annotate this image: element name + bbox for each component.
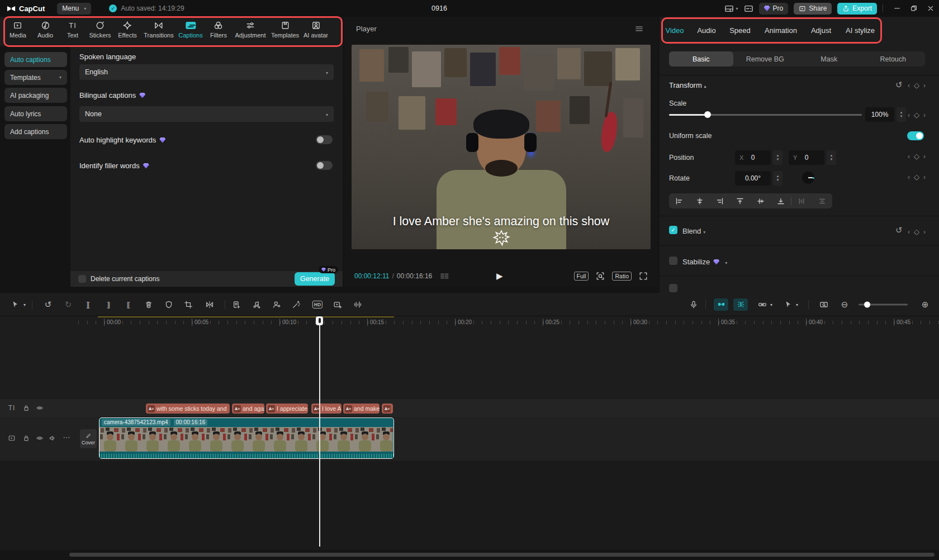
align-right-button[interactable] <box>710 197 730 205</box>
sidebar-auto-captions[interactable]: Auto captions <box>4 52 67 67</box>
delete-button[interactable] <box>144 300 153 309</box>
undo-button[interactable]: ↺ <box>45 300 52 310</box>
ribbon-transitions[interactable]: Transitions <box>144 21 173 39</box>
uniform-scale-toggle[interactable] <box>907 131 924 140</box>
position-y-field[interactable]: Y0 <box>789 150 824 165</box>
extract-audio-button[interactable] <box>252 300 261 309</box>
ribbon-media[interactable]: Media <box>10 21 26 39</box>
clipped-section-checkbox[interactable] <box>669 284 677 292</box>
video-clip[interactable]: camera-4387542123.mp4 00:00:16:16 <box>99 417 394 459</box>
full-button[interactable]: Full <box>574 272 589 281</box>
ribbon-stickers[interactable]: Stickers <box>89 21 111 39</box>
caption-segment[interactable]: A≡I love A <box>311 404 342 414</box>
rotate-field[interactable]: 0.00° <box>735 171 771 186</box>
playhead-handle[interactable] <box>316 316 323 325</box>
split-button[interactable]: ][ <box>87 301 89 309</box>
ribbon-adjustment[interactable]: Adjustment <box>235 21 265 39</box>
adjust-panels-button[interactable] <box>744 4 753 13</box>
mirror-button[interactable] <box>205 300 214 309</box>
fullscreen-button[interactable] <box>639 272 648 281</box>
timeline-zoom-thumb[interactable] <box>864 301 870 307</box>
blend-header[interactable]: Blend <box>682 227 705 235</box>
extract-captions-button[interactable] <box>232 300 241 309</box>
scale-value[interactable]: 100% <box>865 107 894 122</box>
ratio-button[interactable]: Ratio <box>612 272 632 281</box>
align-top-button[interactable] <box>730 197 750 205</box>
position-y-stepper[interactable]: ▲▼ <box>827 150 836 165</box>
rotate-stepper[interactable]: ▲▼ <box>773 171 782 186</box>
text-track-lock-icon[interactable] <box>22 404 30 412</box>
align-center-horizontal-button[interactable] <box>689 197 709 205</box>
position-x-stepper[interactable]: ▲▼ <box>773 150 782 165</box>
video-track-mute-icon[interactable] <box>49 434 56 442</box>
portrait-button[interactable] <box>272 300 281 309</box>
bilingual-captions-select[interactable]: None <box>79 106 334 122</box>
reset-blend-icon[interactable]: ↺ <box>895 226 903 234</box>
ribbon-effects[interactable]: Effects <box>118 21 136 39</box>
blend-checkbox[interactable]: ✓ <box>669 226 677 234</box>
sidebar-ai-packaging[interactable]: AI packaging <box>4 88 67 103</box>
playhead-line[interactable] <box>319 316 320 547</box>
link-chevron-icon[interactable]: ▾ <box>770 302 772 307</box>
caption-segment[interactable]: A≡and agai <box>232 404 264 414</box>
distribute-vertical-button[interactable] <box>812 197 832 205</box>
audio-denoise-button[interactable] <box>353 300 362 309</box>
tab-adjust[interactable]: Adjust <box>811 26 831 35</box>
tab-animation[interactable]: Animation <box>765 26 797 35</box>
ribbon-templates[interactable]: Templates <box>271 21 299 39</box>
sidebar-add-captions[interactable]: Add captions <box>4 124 67 139</box>
frame-zoom-button[interactable] <box>596 272 605 281</box>
subtab-retouch[interactable]: Retouch <box>861 51 926 67</box>
menu-button[interactable]: Menu <box>57 3 91 15</box>
mute-shield-button[interactable] <box>164 300 173 309</box>
align-center-vertical-button[interactable] <box>751 197 771 205</box>
ribbon-captions[interactable]: Captions <box>178 21 202 39</box>
pro-button[interactable]: Pro <box>759 3 789 15</box>
player-menu-button[interactable] <box>635 25 643 33</box>
caption-segment[interactable]: A≡with some sticks today and <box>146 404 230 414</box>
generate-button[interactable]: Generate Pro <box>295 272 335 286</box>
video-track-lock-icon[interactable] <box>22 434 30 442</box>
position-keyframe-controls[interactable]: ‹◇› <box>908 152 926 160</box>
magnetic-snap-toggle[interactable] <box>714 298 728 311</box>
caption-list-icon[interactable] <box>440 272 449 281</box>
scale-slider-thumb[interactable] <box>704 111 711 118</box>
preview-axis-button[interactable] <box>819 300 828 309</box>
subtab-remove-bg[interactable]: Remove BG <box>733 51 798 67</box>
play-button[interactable]: ▶ <box>496 271 503 281</box>
tab-speed[interactable]: Speed <box>729 26 751 35</box>
delete-right-button[interactable]: |[ <box>127 301 129 309</box>
enhance-button[interactable] <box>292 300 301 309</box>
auto-ripple-toggle[interactable] <box>733 298 748 311</box>
rotate-keyframe-controls[interactable]: ‹◇› <box>908 173 926 181</box>
record-voiceover-button[interactable] <box>689 300 698 309</box>
distribute-horizontal-button[interactable] <box>791 197 812 205</box>
caption-segment[interactable]: A≡ <box>382 404 393 414</box>
multi-select-button[interactable] <box>784 300 793 309</box>
transform-header[interactable]: Transform ▴ <box>669 81 706 89</box>
select-tool-chevron-icon[interactable]: ▾ <box>23 302 26 307</box>
hd-button[interactable]: HD <box>312 301 323 309</box>
ribbon-text[interactable]: TIText <box>67 21 78 39</box>
position-x-field[interactable]: X0 <box>735 150 771 165</box>
zoom-in-button[interactable]: ⊕ <box>922 300 929 310</box>
stabilize-checkbox[interactable] <box>669 257 677 265</box>
caption-segment[interactable]: A≡I appreciate <box>266 404 308 414</box>
share-button[interactable]: Share <box>794 3 832 15</box>
scale-stepper[interactable]: ▲▼ <box>897 107 906 122</box>
cover-button[interactable]: Cover <box>80 429 97 448</box>
redo-button[interactable]: ↻ <box>65 300 72 310</box>
link-clips-button[interactable] <box>758 300 767 309</box>
sidebar-templates[interactable]: Templates <box>4 70 67 85</box>
timeline-ruler[interactable]: 00:00 00:05 00:10 00:15 00:20 00:25 00:3… <box>0 316 939 329</box>
delete-left-button[interactable]: ]| <box>107 301 110 309</box>
multi-select-chevron-icon[interactable]: ▾ <box>796 302 798 307</box>
ribbon-ai-avatar[interactable]: AI avatar <box>303 21 328 39</box>
spoken-language-select[interactable]: English <box>79 64 334 80</box>
rotate-dial[interactable] <box>802 172 814 184</box>
text-track-visibility-icon[interactable] <box>36 404 44 412</box>
video-preview[interactable]: I love Amber she's amazing on this show <box>352 45 651 249</box>
delete-captions-checkbox[interactable] <box>78 275 86 283</box>
panel-layout-button[interactable] <box>724 4 738 13</box>
align-bottom-button[interactable] <box>771 197 791 205</box>
